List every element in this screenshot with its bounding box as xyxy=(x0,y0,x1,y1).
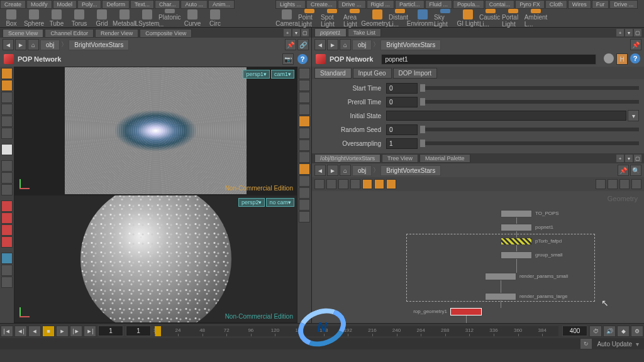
shelf-item-metaball[interactable]: Metaball xyxy=(113,9,136,28)
display-points-icon[interactable] xyxy=(299,128,310,139)
shelf-item-point-light[interactable]: Point Light xyxy=(298,9,321,28)
shelf-tab[interactable]: Create... xyxy=(306,0,337,9)
shelf-item-caustic-li-[interactable]: Caustic Li... xyxy=(479,9,502,28)
last-frame-icon[interactable]: ►| xyxy=(84,326,96,337)
pane-max-icon[interactable]: ▢ xyxy=(634,29,641,36)
tab-popnet1[interactable]: popnet1 xyxy=(314,28,347,37)
vp2-cam-select[interactable]: no cam▾ xyxy=(266,198,294,207)
sticky-note-icon[interactable] xyxy=(362,179,372,189)
select-tool-icon[interactable] xyxy=(1,68,13,79)
pane-tab[interactable]: Render View xyxy=(95,29,138,38)
param-slider[interactable] xyxy=(420,86,639,90)
param-input[interactable] xyxy=(386,124,418,135)
param-input[interactable] xyxy=(386,138,418,149)
help-icon[interactable]: ? xyxy=(630,53,640,63)
cook-icon[interactable]: ↻ xyxy=(580,338,592,349)
tool-6-icon[interactable] xyxy=(1,128,13,139)
rotate-tool-icon[interactable] xyxy=(1,172,13,184)
keyframe-icon[interactable]: ◆ xyxy=(617,326,630,337)
tool-5-icon[interactable] xyxy=(1,116,13,127)
global-anim-icon[interactable]: ⚙ xyxy=(631,326,643,337)
link-icon[interactable]: 🔗 xyxy=(297,39,309,50)
shelf-item-torus[interactable]: Torus xyxy=(68,9,91,28)
param-slider[interactable] xyxy=(420,128,639,131)
shelf-item-camera[interactable]: Camera xyxy=(275,9,298,28)
nav-back-icon[interactable]: ◄ xyxy=(314,165,326,176)
display-numbers-icon[interactable] xyxy=(299,151,310,163)
shelf-tab[interactable]: Anim... xyxy=(208,0,235,9)
ortho-grid-icon[interactable] xyxy=(1,265,13,276)
pane-add-icon[interactable]: + xyxy=(616,29,624,36)
shelf-item-spot-light[interactable]: Spot Light xyxy=(321,9,343,28)
flipbook-icon[interactable] xyxy=(299,199,310,211)
shelf-tab[interactable]: Rigid ... xyxy=(367,0,395,9)
tab-input-geo[interactable]: Input Geo xyxy=(353,68,392,79)
nav-fwd-icon[interactable]: ► xyxy=(327,165,338,176)
render-icon[interactable] xyxy=(299,211,310,222)
help-icon[interactable]: ? xyxy=(297,54,308,64)
shelf-tab[interactable]: Cloth xyxy=(545,0,567,9)
pane-tab[interactable]: Channel Editor xyxy=(45,29,94,38)
shading-icon[interactable] xyxy=(299,80,310,91)
pin-icon[interactable]: 📌 xyxy=(630,39,641,50)
shelf-item-box[interactable]: Box xyxy=(0,9,23,28)
node-render_params_small[interactable]: render_params_small xyxy=(485,273,516,280)
op-name-input[interactable] xyxy=(381,54,597,65)
browse-icon[interactable]: ▾ xyxy=(628,110,639,121)
nav-fwd-icon[interactable]: ► xyxy=(15,39,26,50)
shelf-tab[interactable]: Particl... xyxy=(395,0,425,9)
current-frame-input[interactable] xyxy=(98,326,123,336)
ghost-icon[interactable] xyxy=(299,104,310,115)
pane-tab[interactable]: Scene View xyxy=(3,29,43,38)
nav-home-icon[interactable]: ⌂ xyxy=(28,39,39,50)
shelf-item-environm-[interactable]: Environm... xyxy=(411,9,434,28)
display-normals-icon[interactable] xyxy=(299,140,310,151)
shelf-tab[interactable]: Drive ... xyxy=(338,0,366,9)
shelf-tab[interactable]: Deform xyxy=(102,0,130,9)
shelf-tab[interactable]: Lights ... xyxy=(275,0,306,9)
shelf-item-geometry-[interactable]: Geometry... xyxy=(366,9,389,28)
pane-add-icon[interactable]: + xyxy=(284,29,291,36)
shelf-tab[interactable]: Fur xyxy=(592,0,609,9)
pane-menu-icon[interactable]: ▾ xyxy=(625,29,633,36)
display-opt-icon[interactable] xyxy=(299,68,310,79)
nav-back-icon[interactable]: ◄ xyxy=(3,39,14,50)
shelf-item-sky-light[interactable]: Sky Light xyxy=(434,9,457,28)
gear-icon[interactable] xyxy=(604,53,614,63)
pane-max-icon[interactable]: ▢ xyxy=(634,155,641,162)
tab-standard[interactable]: Standard xyxy=(314,68,352,79)
lasso-tool-icon[interactable] xyxy=(1,80,13,91)
view-tool-icon[interactable] xyxy=(1,277,13,288)
shelf-item-sphere[interactable]: Sphere xyxy=(23,9,45,28)
display-opts-icon[interactable] xyxy=(619,179,630,189)
nav-fwd-icon[interactable]: ► xyxy=(327,39,338,50)
path-node[interactable]: BrightVortexStars xyxy=(69,40,129,50)
node-popnet1[interactable]: popnet1 xyxy=(501,224,532,231)
snap-multi-icon[interactable] xyxy=(1,236,13,248)
netbox-icon[interactable] xyxy=(374,179,384,189)
shelf-tab[interactable]: Modify xyxy=(26,0,52,9)
brush-tool-icon[interactable] xyxy=(1,92,13,103)
tree-mode-icon[interactable] xyxy=(326,179,336,189)
tab-material-palette[interactable]: Material Palette xyxy=(419,154,470,163)
display-mode-icon[interactable] xyxy=(299,163,310,175)
param-dropdown[interactable] xyxy=(386,111,626,121)
shelf-item-gi-light[interactable]: GI Light xyxy=(457,9,479,28)
list-mode-icon[interactable] xyxy=(314,179,325,189)
pane-max-icon[interactable]: ▢ xyxy=(301,29,309,36)
wireframe-icon[interactable] xyxy=(299,92,310,103)
path-obj[interactable]: obj xyxy=(352,40,372,50)
pane-menu-icon[interactable]: ▾ xyxy=(292,29,300,36)
play-back-icon[interactable]: ◄ xyxy=(28,326,41,337)
nav-home-icon[interactable]: ⌂ xyxy=(340,165,351,176)
tab-network-path[interactable]: /obj/BrightVortexStars xyxy=(314,154,380,163)
realtime-icon[interactable]: ⏱ xyxy=(589,326,602,337)
path-node[interactable]: BrightVortexStars xyxy=(380,40,441,50)
viewport-2[interactable]: persp2▾ no cam▾ Non-Commercial Edition xyxy=(14,195,297,323)
shelf-tab[interactable]: Contai... xyxy=(485,0,515,9)
param-slider[interactable] xyxy=(420,141,639,145)
shelf-tab[interactable]: Model xyxy=(53,0,77,9)
shelf-tab[interactable]: Create xyxy=(0,0,26,9)
scale-tool-icon[interactable] xyxy=(1,184,13,195)
network-view[interactable]: Geometry ↖ TO_POPSpopnet1pTorb_fafpdgrou… xyxy=(312,191,644,323)
